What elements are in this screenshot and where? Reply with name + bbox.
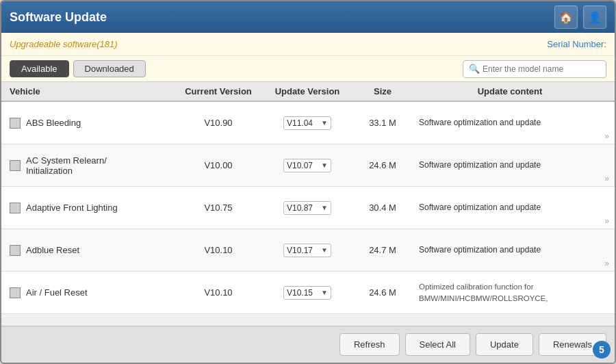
cell-current-4: V10.10 <box>174 287 263 298</box>
cell-current-1: V10.00 <box>174 160 263 170</box>
header-icons: 🏠 👤 <box>554 5 606 29</box>
cell-content-2: Software optimization and update <box>413 202 606 213</box>
table-row: Air / Fuel Reset V10.10 V10.15 ▼ 24.6 M … <box>1 272 615 314</box>
tabs-left: Available Downloaded <box>10 60 146 77</box>
tabs-row: Available Downloaded 🔍 <box>1 56 615 82</box>
col-vehicle: Vehicle <box>10 86 174 96</box>
dropdown-arrow-0: ▼ <box>321 119 328 127</box>
app-container: Software Update 🏠 👤 Upgradeable software… <box>0 0 616 364</box>
cell-size-0: 33.1 M <box>352 118 413 128</box>
footer: Refresh Select All Update Renewals 5 <box>1 326 615 363</box>
update-button[interactable]: Update <box>476 333 533 356</box>
home-icon: 🏠 <box>559 11 573 24</box>
cell-size-3: 24.7 M <box>352 245 413 255</box>
version-select-0[interactable]: V11.04 ▼ <box>283 116 331 130</box>
badge-number: 5 <box>593 341 611 359</box>
table-row: ABS Bleeding V10.90 V11.04 ▼ 33.1 M Soft… <box>1 102 615 144</box>
refresh-button[interactable]: Refresh <box>339 333 400 356</box>
vehicle-name-2: Adaptive Front Lighting <box>26 203 118 213</box>
cell-content-4: Optimized calibration function for BMW/M… <box>413 281 606 303</box>
table-row: Adaptive Front Lighting V10.75 V10.87 ▼ … <box>1 187 615 229</box>
checkbox-4[interactable] <box>10 287 21 298</box>
cell-vehicle-1: AC System Relearn/ Initialization <box>10 155 174 176</box>
cell-update-0: V11.04 ▼ <box>263 116 352 130</box>
vehicle-name-3: Adblue Reset <box>26 245 79 255</box>
cell-size-2: 30.4 M <box>352 203 413 213</box>
cell-current-3: V10.10 <box>174 245 263 255</box>
dropdown-arrow-4: ▼ <box>321 289 328 296</box>
table-row: Adblue Reset V10.10 V10.17 ▼ 24.7 M Soft… <box>1 229 615 272</box>
cell-vehicle-0: ABS Bleeding <box>10 118 174 129</box>
version-label-1: V10.07 <box>287 161 313 170</box>
checkbox-2[interactable] <box>10 203 21 213</box>
tab-available[interactable]: Available <box>10 60 69 77</box>
row-arrow-0: » <box>604 131 609 141</box>
cell-content-1: Software optimization and update <box>413 159 606 171</box>
cell-content-0: Software optimization and update <box>413 117 606 129</box>
vehicle-name-0: ABS Bleeding <box>26 118 81 128</box>
version-select-3[interactable]: V10.17 ▼ <box>283 244 331 257</box>
checkbox-3[interactable] <box>10 245 21 256</box>
dropdown-arrow-2: ▼ <box>321 204 328 211</box>
upgradeable-text: Upgradeable software(181) <box>10 39 118 49</box>
version-select-1[interactable]: V10.07 ▼ <box>283 159 331 172</box>
version-label-3: V10.17 <box>287 246 313 255</box>
table-header: Vehicle Current Version Update Version S… <box>1 82 615 102</box>
table-body: ABS Bleeding V10.90 V11.04 ▼ 33.1 M Soft… <box>1 102 615 326</box>
cell-size-4: 24.6 M <box>352 287 413 298</box>
dropdown-arrow-3: ▼ <box>321 246 328 254</box>
cell-vehicle-2: Adaptive Front Lighting <box>10 203 174 213</box>
row-arrow-2: » <box>604 216 609 226</box>
cell-current-2: V10.75 <box>174 203 263 213</box>
cell-current-0: V10.90 <box>174 118 263 128</box>
dropdown-arrow-1: ▼ <box>321 161 328 169</box>
home-button[interactable]: 🏠 <box>554 5 578 29</box>
search-icon: 🔍 <box>469 64 480 74</box>
vehicle-name-4: Air / Fuel Reset <box>26 287 88 298</box>
serial-number-label: Serial Number: <box>547 39 606 49</box>
row-arrow-1: » <box>604 174 609 183</box>
header: Software Update 🏠 👤 <box>1 1 615 33</box>
search-input[interactable] <box>483 64 600 74</box>
checkbox-1[interactable] <box>10 160 21 171</box>
cell-update-2: V10.87 ▼ <box>263 201 352 215</box>
col-current-version: Current Version <box>174 86 263 96</box>
cell-update-1: V10.07 ▼ <box>263 159 352 172</box>
search-box: 🔍 <box>463 60 606 78</box>
user-icon: 👤 <box>588 11 602 24</box>
select-all-button[interactable]: Select All <box>405 333 470 356</box>
sub-header: Upgradeable software(181) Serial Number: <box>1 33 615 56</box>
col-update-version: Update Version <box>263 86 352 96</box>
version-select-2[interactable]: V10.87 ▼ <box>283 201 331 215</box>
row-arrow-3: » <box>604 259 609 268</box>
cell-update-3: V10.17 ▼ <box>263 244 352 257</box>
cell-vehicle-4: Air / Fuel Reset <box>10 287 174 298</box>
version-select-4[interactable]: V10.15 ▼ <box>283 286 331 300</box>
cell-update-4: V10.15 ▼ <box>263 286 352 300</box>
user-button[interactable]: 👤 <box>583 5 606 29</box>
table-row: AC System Relearn/ Initialization V10.00… <box>1 144 615 187</box>
col-update-content: Update content <box>413 86 606 96</box>
cell-content-3: Software optimization and update <box>413 244 606 256</box>
checkbox-0[interactable] <box>10 118 21 129</box>
cell-size-1: 24.6 M <box>352 160 413 170</box>
app-title: Software Update <box>10 10 107 25</box>
version-label-2: V10.87 <box>287 203 313 213</box>
tab-downloaded[interactable]: Downloaded <box>73 60 146 77</box>
version-label-0: V11.04 <box>287 118 313 128</box>
cell-vehicle-3: Adblue Reset <box>10 245 174 256</box>
vehicle-name-1: AC System Relearn/ Initialization <box>26 155 107 176</box>
version-label-4: V10.15 <box>287 288 313 298</box>
col-size: Size <box>352 86 413 96</box>
